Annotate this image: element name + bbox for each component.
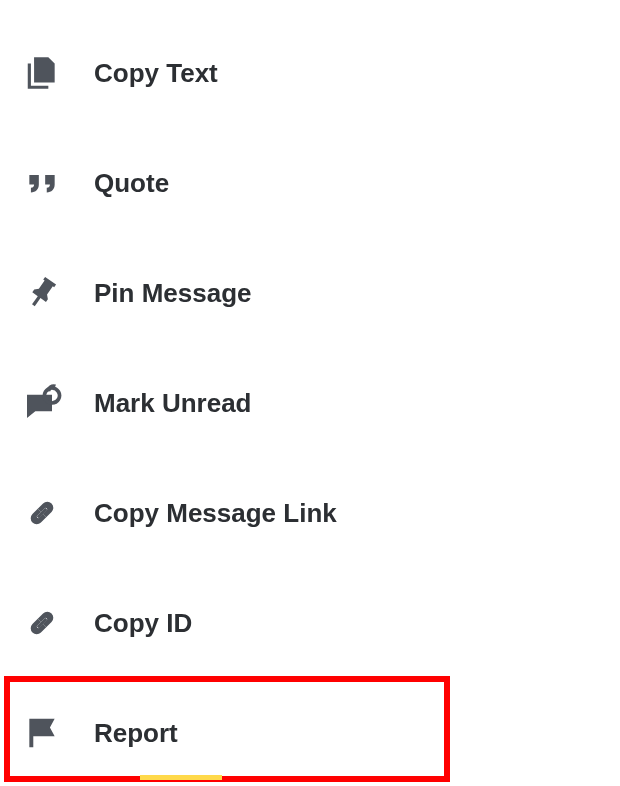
menu-item-copy-message-link[interactable]: Copy Message Link — [0, 458, 620, 568]
menu-item-label: Copy ID — [94, 608, 192, 639]
link-icon — [20, 601, 64, 645]
menu-item-label: Report — [94, 718, 178, 749]
underline-annotation — [140, 775, 222, 780]
quote-icon — [20, 161, 64, 205]
menu-item-pin-message[interactable]: Pin Message — [0, 238, 620, 348]
menu-item-label: Copy Text — [94, 58, 218, 89]
menu-item-label: Quote — [94, 168, 169, 199]
link-icon — [20, 491, 64, 535]
pin-icon — [20, 271, 64, 315]
menu-item-copy-text[interactable]: Copy Text — [0, 18, 620, 128]
menu-item-label: Pin Message — [94, 278, 252, 309]
mark-unread-icon — [20, 381, 64, 425]
menu-item-copy-id[interactable]: Copy ID — [0, 568, 620, 678]
menu-item-label: Mark Unread — [94, 388, 252, 419]
menu-item-mark-unread[interactable]: Mark Unread — [0, 348, 620, 458]
flag-icon — [20, 711, 64, 755]
menu-item-report[interactable]: Report — [0, 678, 620, 786]
highlight-annotation — [4, 676, 450, 782]
menu-item-label: Copy Message Link — [94, 498, 337, 529]
menu-item-quote[interactable]: Quote — [0, 128, 620, 238]
copy-text-icon — [20, 51, 64, 95]
